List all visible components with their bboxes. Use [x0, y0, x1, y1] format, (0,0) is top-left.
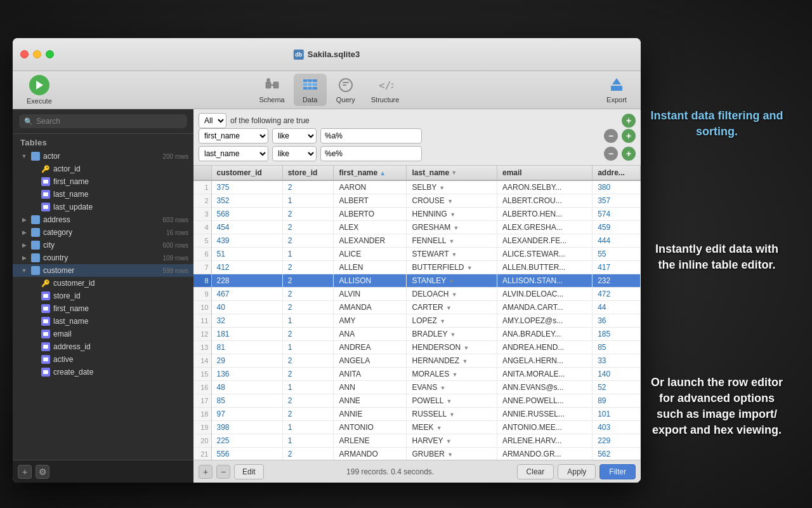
table-row[interactable]: 6 51 1 ALICE STEWART ▼ ALICE.STEWAR... 5…	[193, 248, 641, 261]
cell-email[interactable]: ALEX.GRESHA...	[497, 221, 592, 234]
sidebar-col-customer-last-name[interactable]: last_name	[23, 315, 193, 328]
cell-id[interactable]: 568	[211, 208, 282, 221]
close-button[interactable]	[20, 50, 29, 58]
cell-store[interactable]: 1	[282, 194, 334, 208]
search-input[interactable]	[36, 117, 182, 126]
cell-email[interactable]: ALLEN.BUTTER...	[497, 261, 592, 274]
filter-value-input-1[interactable]	[320, 128, 422, 144]
cell-id[interactable]: 352	[211, 194, 282, 208]
table-row[interactable]: 11 32 1 AMY LOPEZ ▼ AMY.LOPEZ@s... 36	[193, 314, 641, 328]
table-row[interactable]: 7 412 2 ALLEN BUTTERFIELD ▼ ALLEN.BUTTER…	[193, 261, 641, 274]
cell-last[interactable]: DELOACH ▼	[407, 288, 497, 301]
cell-store[interactable]: 2	[282, 328, 334, 341]
col-header-last-name[interactable]: last_name ▼	[407, 166, 497, 180]
cell-id[interactable]: 97	[211, 408, 282, 421]
table-row[interactable]: 3 568 2 ALBERTO HENNING ▼ ALBERTO.HEN...…	[193, 208, 641, 221]
filter-field-select-1[interactable]: first_name	[199, 128, 268, 144]
cell-email[interactable]: ALICE.STEWAR...	[497, 248, 592, 261]
sidebar-item-category[interactable]: ▶ category 16 rows	[13, 226, 193, 239]
cell-last[interactable]: MEEK ▼	[407, 421, 497, 434]
cell-store[interactable]: 2	[282, 288, 334, 301]
structure-tab[interactable]: </> Structure	[365, 74, 406, 106]
minimize-button[interactable]	[33, 50, 41, 58]
cell-store[interactable]: 2	[282, 368, 334, 381]
maximize-button[interactable]	[46, 50, 54, 58]
cell-id[interactable]: 81	[211, 341, 282, 354]
cell-store[interactable]: 2	[282, 354, 334, 368]
cell-first[interactable]: ANGELA	[334, 354, 407, 368]
cell-first[interactable]: ALVIN	[334, 288, 407, 301]
schema-tab[interactable]: Schema	[252, 74, 291, 106]
cell-store[interactable]: 2	[282, 261, 334, 274]
sidebar-col-first-name[interactable]: first_name	[23, 175, 193, 188]
cell-id[interactable]: 181	[211, 328, 282, 341]
cell-store[interactable]: 2	[282, 274, 334, 288]
cell-email[interactable]: AMANDA.CART...	[497, 301, 592, 314]
cell-last[interactable]: EVANS ▼	[407, 381, 497, 394]
filter-value-input-2[interactable]	[320, 146, 422, 161]
cell-store[interactable]: 2	[282, 180, 334, 194]
cell-email[interactable]: ANITA.MORALE...	[497, 368, 592, 381]
table-row[interactable]: 20 225 1 ARLENE HARVEY ▼ ARLENE.HARV... …	[193, 434, 641, 448]
cell-first[interactable]: ANA	[334, 328, 407, 341]
apply-button[interactable]: Apply	[558, 464, 596, 479]
table-row[interactable]: 1 375 2 AARON SELBY ▼ AARON.SELBY... 380	[193, 180, 641, 194]
cell-store[interactable]: 1	[282, 434, 334, 448]
cell-email[interactable]: ANNE.POWELL...	[497, 394, 592, 408]
cell-id[interactable]: 398	[211, 421, 282, 434]
filter-op-select-1[interactable]: like	[272, 128, 317, 144]
table-row[interactable]: 5 439 2 ALEXANDER FENNELL ▼ ALEXANDER.FE…	[193, 234, 641, 248]
table-row[interactable]: 17 85 2 ANNE POWELL ▼ ANNE.POWELL... 89	[193, 394, 641, 408]
filter-field-select-2[interactable]: last_name	[199, 146, 268, 161]
cell-first[interactable]: ALEXANDER	[334, 234, 407, 248]
table-row[interactable]: 18 97 2 ANNIE RUSSELL ▼ ANNIE.RUSSEL... …	[193, 408, 641, 421]
edit-button[interactable]: Edit	[234, 464, 264, 479]
cell-last[interactable]: HARVEY ▼	[407, 434, 497, 448]
cell-email[interactable]: ANDREA.HEND...	[497, 341, 592, 354]
cell-email[interactable]: ANTONIO.MEE...	[497, 421, 592, 434]
sidebar-item-actor[interactable]: ▼ actor 200 rows	[13, 150, 193, 163]
cell-store[interactable]: 1	[282, 381, 334, 394]
cell-id[interactable]: 556	[211, 448, 282, 460]
table-row[interactable]: 19 398 1 ANTONIO MEEK ▼ ANTONIO.MEE... 4…	[193, 421, 641, 434]
cell-first[interactable]: ANDREA	[334, 341, 407, 354]
clear-button[interactable]: Clear	[517, 464, 554, 479]
table-row[interactable]: 15 136 2 ANITA MORALES ▼ ANITA.MORALE...…	[193, 368, 641, 381]
filter-all-select[interactable]: All	[199, 113, 226, 128]
cell-email[interactable]: AARON.SELBY...	[497, 180, 592, 194]
cell-last[interactable]: GRUBER ▼	[407, 448, 497, 460]
cell-id[interactable]: 32	[211, 314, 282, 328]
cell-last[interactable]: FENNELL ▼	[407, 234, 497, 248]
query-tab[interactable]: Query	[329, 74, 362, 106]
cell-last[interactable]: CROUSE ▼	[407, 194, 497, 208]
cell-last[interactable]: CARTER ▼	[407, 301, 497, 314]
sidebar-item-city[interactable]: ▶ city 600 rows	[13, 239, 193, 251]
cell-first[interactable]: ALICE	[334, 248, 407, 261]
cell-last[interactable]: STEWART ▼	[407, 248, 497, 261]
cell-last[interactable]: HENDERSON ▼	[407, 341, 497, 354]
sidebar-col-create-date[interactable]: create_date	[23, 366, 193, 378]
table-row[interactable]: 12 181 2 ANA BRADLEY ▼ ANA.BRADLEY... 18…	[193, 328, 641, 341]
cell-store[interactable]: 2	[282, 221, 334, 234]
cell-first[interactable]: AARON	[334, 180, 407, 194]
filter-remove-button-1[interactable]: −	[604, 129, 618, 143]
cell-store[interactable]: 2	[282, 234, 334, 248]
cell-store[interactable]: 1	[282, 421, 334, 434]
table-row[interactable]: 14 29 2 ANGELA HERNANDEZ ▼ ANGELA.HERN..…	[193, 354, 641, 368]
cell-email[interactable]: ANNIE.RUSSEL...	[497, 408, 592, 421]
cell-last[interactable]: POWELL ▼	[407, 394, 497, 408]
cell-store[interactable]: 1	[282, 341, 334, 354]
cell-last[interactable]: MORALES ▼	[407, 368, 497, 381]
sidebar-item-country[interactable]: ▶ country 109 rows	[13, 251, 193, 264]
cell-first[interactable]: ALLEN	[334, 261, 407, 274]
cell-email[interactable]: ARLENE.HARV...	[497, 434, 592, 448]
col-header-customer-id[interactable]: customer_id	[211, 166, 282, 180]
cell-last[interactable]: LOPEZ ▼	[407, 314, 497, 328]
remove-row-button[interactable]: −	[216, 465, 230, 479]
table-row[interactable]: 2 352 1 ALBERT CROUSE ▼ ALBERT.CROU... 3…	[193, 194, 641, 208]
cell-email[interactable]: ANA.BRADLEY...	[497, 328, 592, 341]
cell-email[interactable]: ALBERTO.HEN...	[497, 208, 592, 221]
cell-id[interactable]: 40	[211, 301, 282, 314]
cell-id[interactable]: 85	[211, 394, 282, 408]
filter-remove-button-2[interactable]: −	[604, 147, 618, 161]
